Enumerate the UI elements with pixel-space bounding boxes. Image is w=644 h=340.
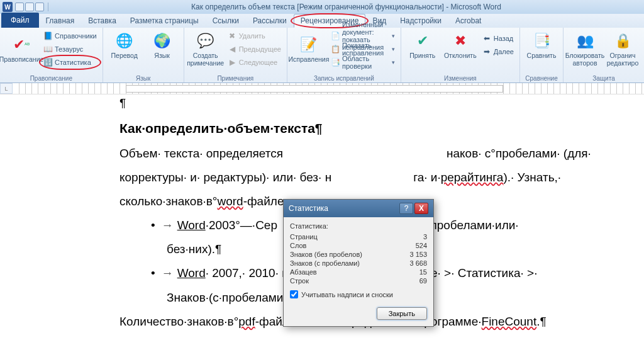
dialog-title: Статистика: [289, 204, 328, 213]
doc-text: Объем· текста· определяется: [119, 147, 283, 160]
ruler-corner: L: [0, 83, 13, 94]
stat-label: Страниц: [290, 233, 318, 241]
accept-icon: ✔: [413, 31, 433, 51]
display-dropdown[interactable]: 📄Измененный документ: показать исправлен…: [329, 30, 397, 42]
tab-mail[interactable]: Рассылки: [246, 14, 294, 28]
doc-text: Word: [177, 266, 206, 280]
prev-change-button[interactable]: ⬅Назад: [480, 32, 516, 45]
stat-row: Абзацев15: [290, 268, 427, 276]
group-language: 🌐Перевод 🌍Язык Язык: [103, 28, 184, 82]
next-change-button[interactable]: ➡Далее: [480, 45, 516, 58]
track-changes-button[interactable]: 📝Исправления: [291, 33, 326, 65]
stat-value: 524: [416, 242, 427, 249]
wordcount-dialog: Статистика ? X Статистика: Страниц3Слов5…: [283, 199, 434, 327]
compare-button[interactable]: 📑Сравнить: [524, 30, 559, 61]
doc-link: word: [217, 195, 243, 208]
tab-acrobat[interactable]: Acrobat: [448, 14, 488, 28]
thesaurus-button[interactable]: 📖Тезаурус: [42, 43, 99, 55]
word-app-icon: W: [3, 2, 13, 12]
checkbox-input[interactable]: [290, 290, 298, 298]
stat-row: Знаков (с пробелами)3 668: [290, 259, 427, 268]
qat-redo-icon[interactable]: [35, 3, 44, 11]
group-tracking: 📝Исправления 📄Измененный документ: показ…: [287, 28, 401, 82]
qat-undo-icon[interactable]: [25, 3, 34, 11]
spelling-icon: ✔ᴬᴮ: [11, 35, 31, 55]
qat-separator: [48, 3, 48, 11]
dialog-titlebar[interactable]: Статистика ? X: [284, 200, 433, 217]
chevron-down-icon: ▾: [392, 59, 395, 65]
doc-text: Количество·знаков·в°: [119, 315, 238, 328]
prev-icon: ◀: [228, 45, 237, 54]
doc-text: корректуры· и· редактуры)· или· без· н: [119, 171, 331, 184]
block-icon: 👥: [575, 31, 595, 51]
group-label: Изменения: [401, 75, 519, 82]
restrict-edit-button[interactable]: 🔒Огранич редактиро: [605, 30, 640, 68]
arrow-right-icon: ➡: [482, 47, 492, 57]
stat-value: 3: [423, 233, 427, 241]
compare-icon: 📑: [531, 31, 552, 51]
tab-layout[interactable]: Разметка страницы: [123, 14, 206, 28]
stat-label: Абзацев: [290, 268, 317, 276]
doc-text: Word: [177, 218, 206, 232]
include-textboxes-checkbox[interactable]: Учитывать надписи и сноски: [290, 290, 427, 298]
tab-links[interactable]: Ссылки: [206, 14, 246, 28]
show-icon: 📋: [331, 45, 340, 54]
stat-value: 3 668: [409, 259, 427, 267]
close-button[interactable]: Закрыть: [377, 307, 427, 320]
tab-home[interactable]: Главная: [39, 14, 82, 28]
tab-addins[interactable]: Надстройки: [393, 14, 448, 28]
research-button[interactable]: 📘Справочники: [42, 30, 99, 42]
stat-row: Знаков (без пробелов)3 153: [290, 250, 427, 259]
stat-label: Знаков (с пробелами): [290, 259, 360, 267]
document-area[interactable]: Как·определить·объем·текста Объем· текст…: [0, 94, 644, 340]
stat-row: Слов524: [290, 241, 427, 250]
spelling-button[interactable]: ✔ᴬᴮ Правописание: [4, 33, 39, 65]
help-button[interactable]: ?: [399, 203, 413, 214]
reviewing-pane-button[interactable]: 📑Область проверки▾: [329, 56, 397, 69]
chevron-down-icon: ▾: [392, 33, 395, 39]
lock-icon: 🔒: [613, 31, 633, 51]
group-protect: 👥Блокировать авторов 🔒Огранич редактиро …: [564, 28, 644, 82]
translate-icon: 🌐: [114, 31, 135, 51]
doc-icon: 📄: [331, 31, 340, 41]
doc-text: ).· Узнать,·: [503, 171, 561, 184]
dialog-section-label: Статистика:: [290, 222, 427, 230]
next-icon: ▶: [228, 58, 237, 67]
qat-save-icon[interactable]: [15, 3, 24, 11]
tab-insert[interactable]: Вставка: [81, 14, 123, 28]
ribbon-tabs: Файл Главная Вставка Разметка страницы С…: [0, 14, 644, 28]
chevron-down-icon: ▾: [392, 46, 395, 52]
window-title: Как определить объем текста [Режим огран…: [51, 3, 641, 11]
paragraph-mark: [119, 94, 591, 115]
track-icon: 📝: [299, 35, 319, 55]
group-changes: ✔Принять ✖Отклонить ⬅Назад ➡Далее Измене…: [401, 28, 520, 82]
wordcount-button[interactable]: 🔢Статистика: [42, 56, 99, 69]
doc-text: га· и·: [413, 171, 441, 184]
doc-text: сколько·знаков·в°: [119, 195, 217, 208]
dialog-footer: Закрыть: [284, 303, 433, 326]
doc-text: наков· с°пробелами· (для·: [447, 147, 591, 160]
block-authors-button: 👥Блокировать авторов: [567, 30, 602, 68]
show-markup-button[interactable]: 📋Показать исправления▾: [329, 43, 397, 55]
close-icon[interactable]: X: [414, 203, 428, 214]
stat-label: Строк: [290, 277, 309, 285]
tab-file[interactable]: Файл: [1, 13, 39, 28]
horizontal-ruler[interactable]: L: [0, 83, 644, 94]
stat-value: 3 153: [409, 251, 427, 258]
group-label: Запись исправлений: [287, 75, 401, 82]
translate-button[interactable]: 🌐Перевод: [107, 30, 142, 61]
ruler-active-area: [126, 85, 503, 93]
delete-icon: ✖: [228, 31, 237, 41]
group-compare: 📑Сравнить Сравнение: [520, 28, 564, 82]
new-comment-button[interactable]: 💬Создать примечание: [188, 30, 223, 68]
comment-icon: 💬: [196, 31, 216, 51]
thesaurus-icon: 📖: [43, 45, 53, 54]
language-button[interactable]: 🌍Язык: [145, 30, 180, 61]
accept-button[interactable]: ✔Принять: [405, 30, 440, 61]
reject-button[interactable]: ✖Отклонить: [443, 30, 478, 61]
pane-icon: 📑: [331, 58, 340, 67]
wordcount-icon: 🔢: [43, 58, 53, 67]
reject-icon: ✖: [450, 31, 470, 51]
globe-icon: 🌍: [152, 31, 172, 51]
stat-value: 69: [419, 277, 427, 285]
